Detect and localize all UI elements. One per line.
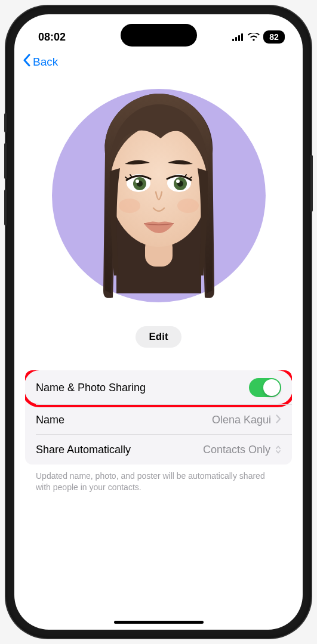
battery-icon: 82 bbox=[263, 30, 285, 44]
edit-button[interactable]: Edit bbox=[136, 326, 181, 348]
select-arrows-icon bbox=[275, 445, 281, 454]
row-share-automatically[interactable]: Share Automatically Contacts Only bbox=[25, 435, 292, 465]
svg-rect-0 bbox=[232, 39, 234, 41]
svg-rect-2 bbox=[238, 35, 240, 41]
row-value: Contacts Only bbox=[203, 444, 281, 456]
battery-level: 82 bbox=[269, 32, 279, 42]
row-value: Olena Kagui bbox=[212, 414, 281, 426]
svg-point-15 bbox=[177, 199, 199, 213]
avatar[interactable] bbox=[52, 89, 266, 302]
screen: 08:02 82 Back bbox=[14, 14, 303, 630]
back-button[interactable]: Back bbox=[23, 54, 58, 70]
cellular-signal-icon bbox=[232, 33, 244, 41]
row-label: Share Automatically bbox=[36, 444, 131, 456]
status-icons: 82 bbox=[232, 30, 285, 44]
chevron-left-icon bbox=[23, 54, 30, 70]
status-time: 08:02 bbox=[38, 31, 66, 44]
sharing-toggle[interactable] bbox=[249, 378, 281, 397]
svg-point-12 bbox=[136, 179, 139, 183]
settings-list: Name & Photo Sharing Name Olena Kagui bbox=[25, 370, 292, 465]
svg-point-14 bbox=[119, 199, 140, 213]
edit-button-row: Edit bbox=[25, 326, 292, 348]
svg-rect-3 bbox=[241, 33, 243, 41]
side-buttons-right bbox=[310, 155, 313, 212]
row-name[interactable]: Name Olena Kagui bbox=[25, 405, 292, 435]
back-label: Back bbox=[33, 55, 58, 69]
wifi-icon bbox=[248, 33, 260, 41]
avatar-container bbox=[25, 89, 292, 302]
phone-frame: 08:02 82 Back bbox=[6, 6, 311, 638]
nav-bar: Back bbox=[14, 49, 303, 75]
dynamic-island bbox=[121, 24, 197, 47]
row-label: Name bbox=[36, 414, 64, 426]
chevron-right-icon bbox=[276, 414, 281, 426]
row-label: Name & Photo Sharing bbox=[36, 382, 146, 394]
svg-point-13 bbox=[176, 179, 180, 183]
svg-rect-1 bbox=[235, 37, 237, 41]
memoji-icon bbox=[52, 89, 266, 302]
footer-note: Updated name, photo, and poster will be … bbox=[25, 465, 292, 499]
content-area: Edit Name & Photo Sharing Name Olena Kag… bbox=[14, 89, 303, 499]
row-name-photo-sharing[interactable]: Name & Photo Sharing bbox=[25, 370, 292, 405]
home-indicator[interactable] bbox=[114, 621, 204, 624]
side-buttons-left bbox=[4, 113, 7, 236]
